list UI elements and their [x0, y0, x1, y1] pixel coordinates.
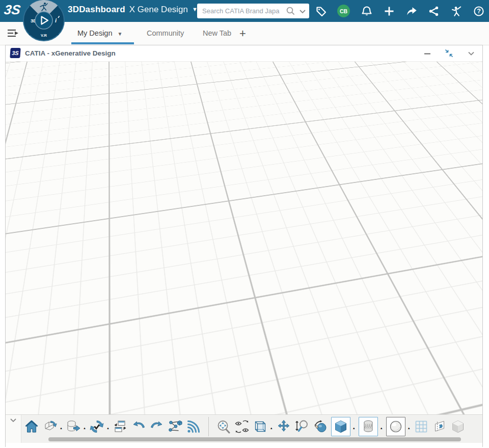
search-scope-chevron-icon[interactable] — [296, 6, 309, 16]
section-view-button[interactable] — [432, 419, 447, 434]
search-input[interactable]: Search CATIA Brand Japa — [197, 7, 286, 15]
ambience-toggle[interactable] — [386, 417, 405, 436]
update-refresh-button[interactable] — [89, 419, 104, 434]
3dexperience-app: 3S 3DDashboardX Gene Design▼ Search CATI… — [0, 0, 489, 448]
add-tab-button[interactable]: + — [239, 27, 246, 40]
3dexperience-compass[interactable]: 3D i V.R — [22, 0, 65, 44]
bell-icon[interactable] — [361, 5, 372, 17]
workbench-tab-fixed-area[interactable]: Fixed Area — [154, 404, 193, 414]
view-cube-button[interactable] — [253, 419, 268, 434]
collapse-button[interactable] — [467, 45, 475, 61]
3ds-app-logo-icon: 3S — [10, 48, 20, 58]
ambience-button[interactable] — [388, 419, 403, 434]
home-button[interactable] — [24, 419, 39, 434]
shaded-view-button[interactable] — [333, 419, 348, 434]
3d-viewport[interactable]: Fixed AreaConstructCreateOperateLifecycl… — [6, 62, 482, 414]
tab-community[interactable]: Community — [147, 22, 184, 44]
panel-expander-chevron-icon[interactable] — [7, 229, 15, 241]
context-name: X Gene Design — [129, 5, 188, 14]
pan-button[interactable] — [276, 419, 291, 434]
search-icon[interactable] — [286, 6, 296, 16]
top-bar: 3S 3DDashboardX Gene Design▼ Search CATI… — [0, 0, 489, 22]
workbench-tab-lifecycle[interactable]: Lifecycle — [285, 404, 318, 414]
stream-button[interactable] — [186, 419, 201, 434]
user-avatar[interactable]: CB — [337, 5, 350, 17]
flyout-caret-icon[interactable]: ▲ — [352, 427, 356, 430]
workbench-tab-create[interactable]: Create — [227, 404, 255, 414]
flyout-caret-icon[interactable]: ▲ — [408, 427, 411, 430]
toolbar-separator — [208, 417, 209, 436]
nav-menu-icon[interactable] — [7, 28, 20, 40]
zoom-inout-button[interactable] — [294, 419, 310, 434]
model-links-button[interactable] — [168, 419, 183, 434]
workbench-tab-view[interactable]: View — [317, 403, 340, 414]
resize-button[interactable] — [445, 45, 453, 61]
chevron-down-icon — [467, 49, 475, 58]
catia-app-window: 3S CATIA - xGenerative Design — [5, 45, 483, 447]
workbench-tab-operate[interactable]: Operate — [254, 404, 286, 414]
tab-new-tab[interactable]: New Tab — [203, 22, 231, 44]
help-icon[interactable]: ? — [473, 5, 484, 17]
product-name: 3DDashboard — [68, 5, 125, 14]
action-bar: ▲▲▲▲▲▲▲ — [6, 414, 482, 443]
material-view-toggle[interactable] — [359, 417, 378, 436]
resize-icon — [445, 49, 453, 58]
tab-my-design[interactable]: My Design▼ — [77, 22, 122, 44]
swap-windows-button[interactable] — [113, 419, 128, 434]
flyout-caret-icon[interactable]: ▲ — [380, 427, 383, 430]
material-view-button[interactable] — [361, 419, 376, 434]
toolbar-scrollbar[interactable] — [48, 437, 461, 441]
workbench-tab-construct[interactable]: Construct — [192, 404, 227, 414]
minimize-button[interactable] — [423, 45, 431, 61]
svg-text:?: ? — [477, 8, 481, 15]
hide-show-button[interactable] — [234, 419, 250, 434]
3ds-logo-icon[interactable]: 3S — [3, 2, 23, 19]
app-header: 3S CATIA - xGenerative Design — [6, 45, 482, 62]
flyout-caret-icon[interactable]: ▲ — [60, 427, 63, 430]
flyout-caret-icon[interactable]: ▲ — [83, 427, 86, 430]
save-data-button[interactable] — [66, 419, 81, 434]
toolbar-collapse[interactable] — [6, 415, 21, 443]
app-title[interactable]: 3DDashboardX Gene Design▼ — [68, 5, 198, 15]
search-box[interactable]: Search CATIA Brand Japa — [197, 4, 309, 18]
redo-button[interactable] — [149, 419, 165, 434]
torus-model[interactable] — [6, 62, 482, 414]
share-forward-icon[interactable] — [405, 5, 417, 17]
rotate-3d-button[interactable] — [313, 419, 328, 434]
compass-play-button[interactable] — [35, 12, 52, 29]
grid-toggle-button[interactable] — [414, 419, 429, 434]
workbench-tabs: Fixed AreaConstructCreateOperateLifecycl… — [154, 403, 340, 414]
community-person-icon[interactable] — [450, 5, 462, 17]
flyout-caret-icon[interactable]: ▲ — [270, 427, 273, 430]
active-tab-underline — [71, 42, 134, 44]
add-icon[interactable] — [383, 5, 395, 17]
shaded-view-toggle[interactable] — [331, 417, 350, 436]
app-window-title: CATIA - xGenerative Design — [25, 45, 116, 61]
tab-corner-decoration — [151, 404, 155, 408]
chevron-down-icon — [9, 417, 17, 424]
compass-vr-label[interactable]: V.R — [41, 33, 47, 38]
chevron-down-icon[interactable]: ▼ — [118, 31, 123, 37]
bottom-strip — [6, 443, 482, 447]
open-import-button[interactable] — [42, 419, 58, 434]
minimize-icon — [423, 49, 431, 58]
extra-cube-button[interactable] — [450, 419, 466, 434]
dashboard-tab-row: My Design▼CommunityNew Tab + — [0, 22, 489, 45]
tag-icon[interactable] — [315, 5, 327, 17]
share-network-icon[interactable] — [428, 5, 440, 17]
undo-button[interactable] — [131, 419, 146, 434]
flyout-caret-icon[interactable]: ▲ — [106, 427, 110, 430]
topbar-icons: CB? — [315, 0, 484, 22]
zoom-fit-button[interactable] — [216, 419, 231, 434]
